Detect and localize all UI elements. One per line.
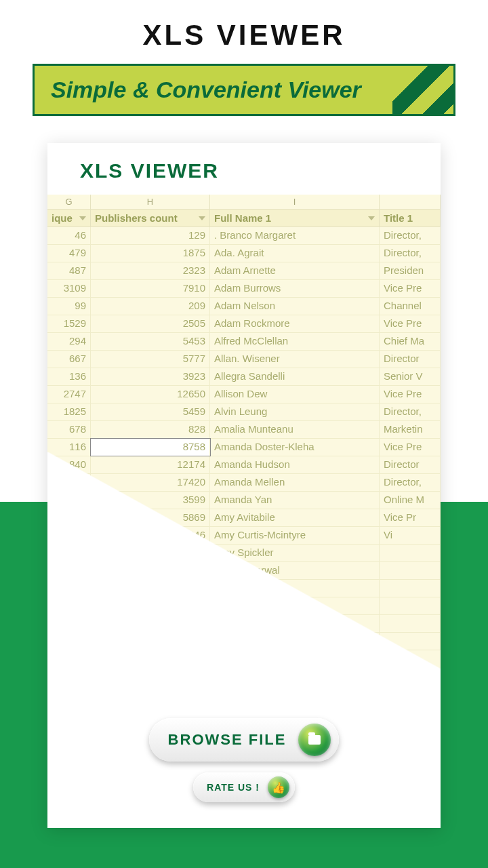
cell[interactable]: Adam Nelson xyxy=(210,298,380,315)
cell[interactable]: Amanda Yan xyxy=(210,492,380,509)
cell[interactable]: 678 xyxy=(47,421,91,438)
cell[interactable]: Ada. Agrait xyxy=(210,245,380,262)
cell[interactable]: Vice Pre xyxy=(380,439,441,456)
cell[interactable]: 99 xyxy=(47,298,91,315)
cell[interactable]: Vice Pr xyxy=(380,509,441,526)
cell[interactable]: 129 xyxy=(91,227,210,244)
cell[interactable]: Amanda Hudson xyxy=(210,456,380,473)
table-row[interactable]: 26018660Andi Allend xyxy=(47,580,441,597)
cell[interactable]: 5459 xyxy=(91,403,210,420)
cell[interactable]: Senior V xyxy=(380,368,441,385)
table-row[interactable]: 15167258A xyxy=(47,615,441,633)
cell[interactable]: Online M xyxy=(380,492,441,509)
cell[interactable] xyxy=(380,580,441,597)
table-row[interactable]: 131117420Amanda MellenDirector, xyxy=(47,474,441,492)
cell[interactable]: 3599 xyxy=(91,492,210,509)
cell[interactable]: Amy Avitabile xyxy=(210,509,380,526)
cell[interactable]: 12174 xyxy=(91,456,210,473)
cell[interactable]: Andi Allend xyxy=(210,580,380,597)
header-title-1[interactable]: Title 1 xyxy=(380,210,441,226)
cell[interactable]: 3923 xyxy=(91,368,210,385)
cell[interactable]: 1643 xyxy=(91,562,210,579)
table-row[interactable]: 2505483Andre xyxy=(47,597,441,615)
cell[interactable]: 2505 xyxy=(91,315,210,332)
table-row[interactable]: 2945453Alfred McClellanChief Ma xyxy=(47,333,441,351)
cell[interactable]: 840 xyxy=(47,456,91,473)
cell[interactable]: Director xyxy=(380,351,441,368)
table-row[interactable]: 1168758Amanda Doster-KlehaVice Pre xyxy=(47,439,441,456)
cell[interactable]: Presiden xyxy=(380,262,441,279)
cell[interactable]: Amy Spickler xyxy=(210,545,380,561)
spreadsheet-view[interactable]: G H I ique Publishers count Full Name 1 … xyxy=(47,195,441,669)
cell[interactable]: 7258 xyxy=(91,615,210,632)
cell[interactable]: 572 xyxy=(47,509,91,526)
cell[interactable]: Channel xyxy=(380,298,441,315)
cell[interactable]: 250 xyxy=(47,597,91,614)
cell[interactable]: 667 xyxy=(47,351,91,368)
cell[interactable]: 1825 xyxy=(47,403,91,420)
filter-icon[interactable] xyxy=(368,216,375,220)
header-full-name[interactable]: Full Name 1 xyxy=(210,210,380,226)
cell[interactable]: 17420 xyxy=(91,474,210,491)
table-row[interactable]: 12897346Amy Curtis-McintyreVi xyxy=(47,527,441,545)
cell[interactable]: 1529 xyxy=(47,315,91,332)
cell[interactable]: 618 xyxy=(91,545,210,561)
cell[interactable]: 1311 xyxy=(47,474,91,491)
table-row[interactable]: 99209Adam NelsonChannel xyxy=(47,298,441,315)
cell[interactable]: 209 xyxy=(91,298,210,315)
cell[interactable]: 2323 xyxy=(91,262,210,279)
table-row[interactable]: 1363923Allegra SandelliSenior V xyxy=(47,368,441,386)
cell[interactable]: Allison Dew xyxy=(210,386,380,403)
header-publishers-count[interactable]: Publishers count xyxy=(91,210,210,226)
cell[interactable] xyxy=(91,633,210,650)
cell[interactable]: 294 xyxy=(47,333,91,350)
table-row[interactable]: 111643Anant Agarwal xyxy=(47,562,441,580)
table-row[interactable]: 8253599Amanda YanOnline M xyxy=(47,492,441,509)
cell[interactable]: 479 xyxy=(47,245,91,262)
cell[interactable]: 487 xyxy=(47,262,91,279)
cell[interactable]: Anant Agarwal xyxy=(210,562,380,579)
cell[interactable]: 1875 xyxy=(91,245,210,262)
cell[interactable]: Director, xyxy=(380,474,441,491)
cell[interactable]: 5453 xyxy=(91,333,210,350)
cell[interactable]: Vice Pre xyxy=(380,315,441,332)
cell[interactable]: 3247 xyxy=(47,633,91,650)
cell[interactable]: 7346 xyxy=(91,527,210,544)
cell[interactable]: Amanda Mellen xyxy=(210,474,380,491)
table-row[interactable]: 678828Amalia MunteanuMarketin xyxy=(47,421,441,439)
table-row[interactable]: 4872323Adam ArnettePresiden xyxy=(47,262,441,280)
cell[interactable]: 260 xyxy=(47,580,91,597)
cell[interactable]: Amy Curtis-Mcintyre xyxy=(210,527,380,544)
cell[interactable]: Alfred McClellan xyxy=(210,333,380,350)
cell[interactable]: Alvin Leung xyxy=(210,403,380,420)
cell[interactable]: 5483 xyxy=(91,597,210,614)
table-row[interactable]: 46129. Branco MargaretDirector, xyxy=(47,227,441,245)
cell[interactable]: Director, xyxy=(380,227,441,244)
cell[interactable]: 3109 xyxy=(47,280,91,297)
cell[interactable]: Andre xyxy=(210,597,380,614)
cell[interactable]: Adam Arnette xyxy=(210,262,380,279)
header-ique[interactable]: ique xyxy=(47,210,91,226)
table-row[interactable]: 274712650Allison DewVice Pre xyxy=(47,386,441,403)
cell[interactable]: Director, xyxy=(380,403,441,420)
cell[interactable]: 116 xyxy=(47,439,91,456)
cell[interactable]: 46 xyxy=(47,227,91,244)
cell[interactable]: 18660 xyxy=(91,580,210,597)
cell[interactable]: Allan. Wisener xyxy=(210,351,380,368)
cell[interactable] xyxy=(380,633,441,650)
table-row[interactable]: 6675777Allan. WisenerDirector xyxy=(47,351,441,368)
cell[interactable]: . Branco Margaret xyxy=(210,227,380,244)
filter-icon[interactable] xyxy=(199,216,205,220)
cell[interactable]: Adam Burrows xyxy=(210,280,380,297)
cell[interactable]: A xyxy=(210,615,380,632)
cell[interactable]: Allegra Sandelli xyxy=(210,368,380,385)
cell[interactable]: 825 xyxy=(47,492,91,509)
cell[interactable]: Chief Ma xyxy=(380,333,441,350)
browse-file-button[interactable]: BROWSE FILE xyxy=(149,718,340,762)
table-row[interactable]: 18255459Alvin LeungDirector, xyxy=(47,403,441,421)
cell[interactable]: 12650 xyxy=(91,386,210,403)
cell[interactable]: Amalia Munteanu xyxy=(210,421,380,438)
table-row[interactable]: 3247 xyxy=(47,633,441,650)
cell[interactable]: Vi xyxy=(380,527,441,544)
rate-us-button[interactable]: RATE US ! 👍 xyxy=(193,772,295,802)
